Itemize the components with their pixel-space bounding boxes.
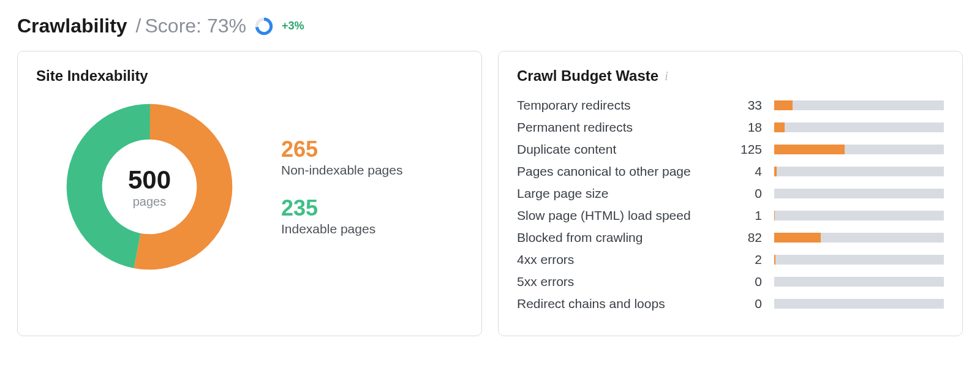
issue-value: 0	[731, 186, 762, 201]
issue-bar-fill	[774, 100, 793, 110]
issue-label: Large page size	[517, 186, 719, 201]
issue-row[interactable]: Permanent redirects18	[517, 120, 944, 135]
page-title: Crawlability	[17, 15, 127, 37]
issue-label: Redirect chains and loops	[517, 296, 719, 311]
issue-value: 125	[731, 142, 762, 157]
issue-bar-fill	[774, 211, 775, 220]
issue-bar	[774, 211, 944, 220]
issue-bar	[774, 189, 944, 198]
issue-label: 4xx errors	[517, 252, 719, 267]
page-header: Crawlability /Score: 73% +3%	[17, 15, 963, 37]
site-indexability-body: 500 pages 265 Non-indexable pages 235 In…	[36, 98, 463, 276]
issue-value: 82	[731, 230, 762, 245]
issue-bar	[774, 167, 944, 176]
issue-row[interactable]: Slow page (HTML) load speed1	[517, 208, 944, 223]
issue-row[interactable]: Redirect chains and loops0	[517, 296, 944, 311]
issue-value: 33	[731, 98, 762, 113]
issue-bar-fill	[774, 255, 775, 265]
issue-bar-fill	[774, 167, 777, 176]
issue-bar-fill	[774, 122, 785, 132]
issue-value: 4	[731, 164, 762, 179]
score-value: Score: 73%	[145, 15, 246, 37]
issue-value: 18	[731, 120, 762, 135]
score-ring-icon	[255, 17, 273, 36]
issue-bar	[774, 233, 944, 243]
score-delta: +3%	[282, 20, 304, 32]
issue-label: Slow page (HTML) load speed	[517, 208, 719, 223]
donut-total-label: pages	[133, 195, 167, 209]
issue-value: 0	[731, 274, 762, 289]
info-icon[interactable]: i	[665, 69, 668, 83]
issue-bar	[774, 100, 944, 110]
issue-bar	[774, 277, 944, 287]
issue-row[interactable]: 4xx errors2	[517, 252, 944, 267]
issue-bar	[774, 255, 944, 265]
issue-bar	[774, 122, 944, 132]
donut-total: 500	[128, 165, 171, 195]
indexable-value: 235	[281, 196, 402, 220]
crawl-budget-list: Temporary redirects33Permanent redirects…	[517, 98, 944, 311]
indexability-donut: 500 pages	[61, 98, 238, 276]
issue-label: Duplicate content	[517, 142, 719, 157]
issue-label: Pages canonical to other page	[517, 164, 719, 179]
site-indexability-title: Site Indexability	[36, 67, 463, 85]
issue-value: 2	[731, 252, 762, 267]
issue-row[interactable]: Pages canonical to other page4	[517, 164, 944, 179]
issue-bar	[774, 145, 944, 154]
issue-label: Permanent redirects	[517, 120, 719, 135]
crawl-budget-title-text: Crawl Budget Waste	[517, 67, 658, 85]
non-indexable-label: Non-indexable pages	[281, 163, 402, 178]
issue-bar	[774, 299, 944, 309]
site-indexability-card: Site Indexability 500 pages 265 Non-inde…	[17, 51, 482, 336]
issue-bar-fill	[774, 145, 845, 154]
issue-value: 1	[731, 208, 762, 223]
issue-value: 0	[731, 296, 762, 311]
issue-row[interactable]: Blocked from crawling82	[517, 230, 944, 245]
indexable-label: Indexable pages	[281, 222, 402, 236]
issue-label: Temporary redirects	[517, 98, 719, 113]
issue-row[interactable]: Duplicate content125	[517, 142, 944, 157]
non-indexable-value: 265	[281, 137, 402, 162]
issue-row[interactable]: Temporary redirects33	[517, 98, 944, 113]
legend-non-indexable: 265 Non-indexable pages	[281, 137, 402, 178]
issue-label: 5xx errors	[517, 274, 719, 289]
crawl-budget-title: Crawl Budget Waste i	[517, 67, 944, 85]
issue-row[interactable]: Large page size0	[517, 186, 944, 201]
indexability-legend: 265 Non-indexable pages 235 Indexable pa…	[281, 137, 402, 236]
crawl-budget-card: Crawl Budget Waste i Temporary redirects…	[498, 51, 963, 336]
cards-row: Site Indexability 500 pages 265 Non-inde…	[17, 51, 963, 336]
donut-center: 500 pages	[61, 98, 238, 276]
score-text: /Score: 73%	[136, 15, 246, 37]
legend-indexable: 235 Indexable pages	[281, 196, 402, 236]
issue-row[interactable]: 5xx errors0	[517, 274, 944, 289]
issue-bar-fill	[774, 233, 821, 243]
issue-label: Blocked from crawling	[517, 230, 719, 245]
